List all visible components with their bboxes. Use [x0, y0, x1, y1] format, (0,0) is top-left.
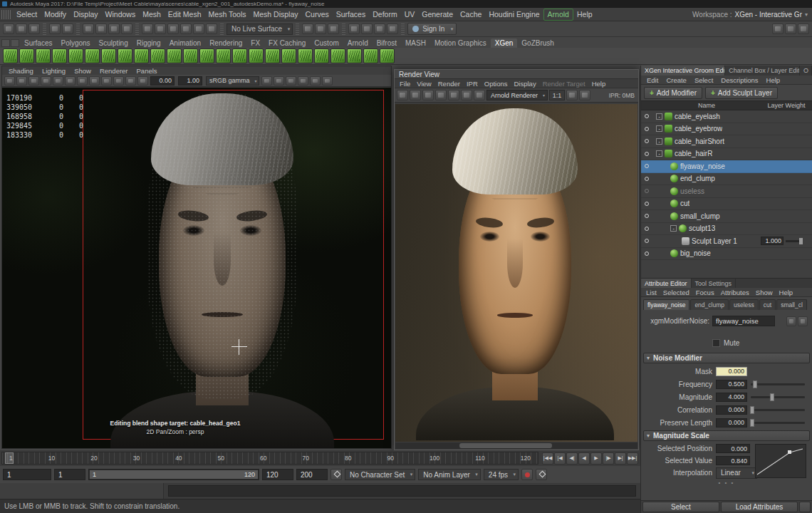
tree-item[interactable]: - cable_eyelash [641, 110, 812, 123]
display-alpha-icon[interactable] [579, 90, 590, 100]
groom-menu-item[interactable]: Help [763, 76, 784, 84]
shelf-icon[interactable] [199, 48, 214, 63]
collapse-icon[interactable]: - [656, 138, 662, 145]
tab-outliner[interactable]: O [800, 66, 812, 76]
collapse-icon[interactable]: - [670, 225, 677, 232]
construction-history-icon[interactable] [328, 24, 339, 34]
viewport-menu-item[interactable]: Renderer [96, 67, 132, 75]
render-view-menu-item[interactable]: Render [435, 80, 463, 88]
shelf-tab[interactable]: FX [246, 38, 264, 48]
attribute-value-field[interactable]: 0.500 [716, 380, 747, 389]
visibility-dot-icon[interactable] [645, 189, 649, 193]
image-plane-icon[interactable] [53, 76, 63, 86]
magnitude-ramp-widget[interactable] [755, 444, 806, 478]
animation-start-field[interactable]: 1 [3, 469, 51, 480]
render-view-title[interactable]: Render View [395, 70, 638, 79]
attribute-slider[interactable] [751, 409, 805, 411]
tree-item[interactable]: end_clump [641, 173, 812, 186]
exposure-field[interactable]: 0.00 [150, 76, 175, 86]
film-gate-icon[interactable] [101, 76, 112, 86]
step-back-frame-button[interactable]: |◀ [554, 452, 566, 465]
visibility-dot-icon[interactable] [645, 139, 649, 143]
attribute-menu-item[interactable]: Help [776, 289, 796, 296]
node-tab[interactable]: cut [759, 299, 776, 310]
shelf-icon[interactable] [347, 48, 362, 63]
snap-projected-center-icon[interactable] [180, 24, 192, 34]
perspective-viewport[interactable]: ShadingLightingShowRendererPanels 0.00 1… [1, 66, 392, 449]
go-to-start-button[interactable]: |◀◀ [542, 452, 553, 465]
visibility-dot-icon[interactable] [645, 152, 649, 156]
menu-item[interactable]: UV [401, 8, 419, 21]
shelf-tab[interactable]: Rigging [132, 38, 165, 48]
auto-keyframe-toggle[interactable] [521, 469, 533, 480]
menu-item[interactable]: Surfaces [333, 8, 369, 21]
bookmark-icon[interactable] [41, 76, 51, 86]
render-region-icon[interactable] [435, 90, 447, 100]
shelf-tab[interactable]: Sculpting [95, 38, 132, 48]
shelf-icon[interactable] [19, 48, 34, 63]
fps-dropdown[interactable]: 24 fps [484, 469, 519, 480]
attribute-menu-item[interactable]: Attributes [718, 289, 752, 296]
menu-item[interactable]: Display [70, 8, 101, 21]
menu-item[interactable]: Modify [41, 8, 70, 21]
slider-handle[interactable] [753, 380, 757, 388]
view-transform-dropdown[interactable]: sRGB gamma [206, 76, 259, 86]
tree-item[interactable]: useless [641, 185, 812, 198]
animation-preferences-icon[interactable] [536, 469, 547, 480]
select-camera-icon[interactable] [4, 76, 15, 86]
attribute-slider[interactable] [751, 383, 805, 385]
character-set-dropdown[interactable]: No Character Set [345, 469, 415, 480]
magnitude-scale-section-header[interactable]: Magnitude Scale [643, 430, 810, 441]
anim-layer-dropdown[interactable]: No Anim Layer [418, 469, 481, 480]
load-attributes-button[interactable]: Load Attributes [721, 502, 798, 512]
shelf-icon[interactable] [134, 48, 149, 63]
save-image-icon[interactable] [410, 90, 421, 100]
play-backwards-button[interactable]: ◀ [578, 452, 590, 465]
resolution-gate-icon[interactable] [113, 76, 124, 86]
attribute-menu-item[interactable]: Selected [660, 289, 692, 296]
collapse-icon[interactable]: - [656, 125, 662, 132]
show-manipulators-icon[interactable] [772, 24, 784, 34]
shelf-icon[interactable] [298, 48, 313, 63]
shelf-icon[interactable] [314, 48, 329, 63]
visibility-dot-icon[interactable] [645, 239, 649, 243]
menu-item[interactable]: Houdini Engine [485, 8, 543, 21]
play-forwards-button[interactable]: ▶ [590, 452, 602, 465]
snap-view-plane-icon[interactable] [193, 24, 204, 34]
sign-in-button[interactable]: Sign In [407, 23, 457, 35]
shelf-tab[interactable]: Arnold [343, 38, 373, 48]
menu-item[interactable]: Arnold [543, 9, 573, 21]
ipr-render-icon[interactable] [374, 24, 385, 34]
attribute-value-field[interactable]: 4.000 [716, 393, 747, 402]
redo-icon[interactable] [62, 24, 73, 34]
panel-splitter-handle[interactable]: • • • [641, 479, 812, 486]
highlight-selection-icon[interactable] [121, 24, 132, 34]
gate-mask-icon[interactable] [125, 76, 136, 86]
copy-tab-button[interactable] [799, 502, 811, 512]
viewport-menu-item[interactable]: Panels [133, 67, 161, 75]
mute-checkbox[interactable] [712, 339, 720, 347]
attribute-menu-item[interactable]: Show [753, 289, 776, 296]
tree-item[interactable]: small_clump [641, 210, 812, 223]
tree-item[interactable]: - sculpt13 [641, 223, 812, 236]
live-surface-selector[interactable]: No Live Surface [227, 24, 293, 35]
render-view-menu-item[interactable]: IPR [464, 80, 481, 88]
attribute-menu-item[interactable]: Focus [693, 289, 717, 296]
select-button[interactable]: Select [642, 502, 719, 512]
attribute-value-field[interactable]: 0.000 [716, 405, 747, 415]
viewport-menu-item[interactable]: Shading [5, 67, 37, 75]
shelf-icon[interactable] [52, 48, 67, 63]
shelf-icon[interactable] [36, 48, 51, 63]
node-tab[interactable]: small_cl [776, 299, 807, 310]
select-hierarchy-icon[interactable] [83, 24, 94, 34]
soft-select-icon[interactable] [785, 24, 796, 34]
render-view-menu-item[interactable]: Display [511, 80, 539, 88]
menu-item[interactable]: Cache [457, 8, 485, 21]
tree-item[interactable]: Sculpt Layer 1 1.000 [641, 235, 812, 248]
display-rgb-icon[interactable] [566, 90, 578, 100]
collapse-icon[interactable]: - [656, 113, 662, 120]
visibility-dot-icon[interactable] [645, 202, 649, 206]
save-scene-icon[interactable] [28, 24, 40, 34]
lock-camera-icon[interactable] [16, 76, 27, 86]
range-slider[interactable]: 1 120 [88, 469, 259, 480]
